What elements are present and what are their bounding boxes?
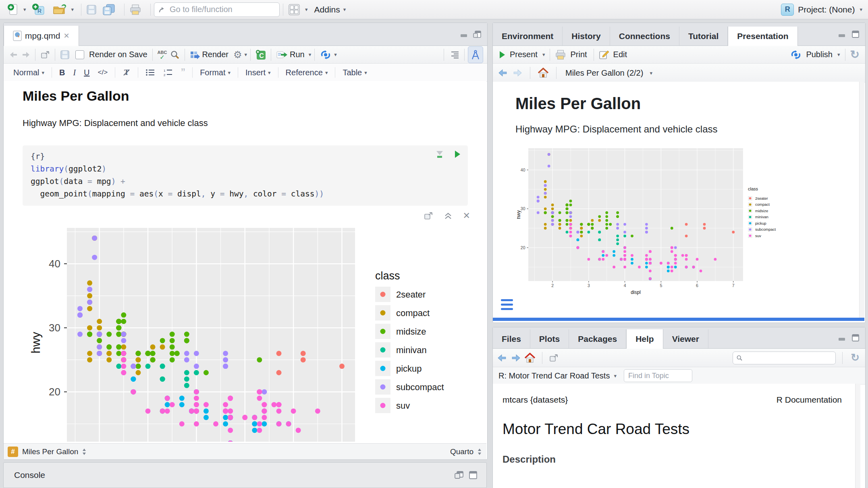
bullet-list-button[interactable]	[141, 67, 159, 78]
slide-menu-icon[interactable]	[501, 299, 513, 310]
addins-caret-icon[interactable]: ▾	[343, 6, 346, 12]
reference-menu[interactable]: Reference▾	[282, 66, 332, 79]
section-selector[interactable]: Miles Per Gallon	[22, 447, 78, 456]
slide-selector-caret-icon[interactable]: ▾	[650, 70, 652, 76]
publish-button[interactable]: Publish ▾	[788, 48, 841, 62]
goto-file-input[interactable]	[169, 4, 275, 14]
tab-plots[interactable]: Plots	[530, 329, 569, 348]
underline-button[interactable]: U	[80, 66, 93, 79]
present-button[interactable]: Present ▾	[497, 48, 546, 62]
help-forward-icon[interactable]	[511, 354, 521, 362]
code-chunk[interactable]: {r}library(ggplot2)ggplot(data = mpg) + …	[23, 145, 468, 206]
minimize-pane-icon[interactable]	[838, 31, 847, 38]
insert-menu[interactable]: Insert▾	[241, 66, 275, 79]
tab-environment[interactable]: Environment	[493, 27, 563, 45]
tab-connections[interactable]: Connections	[610, 27, 679, 45]
help-back-icon[interactable]	[497, 354, 507, 362]
insert-chunk-button[interactable]: C	[254, 48, 268, 62]
slide-back-icon[interactable]	[498, 68, 508, 77]
doc-mode-arrows-icon[interactable]	[477, 448, 482, 456]
edit-presentation-button[interactable]: Edit	[597, 48, 630, 62]
spellcheck-icon[interactable]: ABC✓	[156, 48, 169, 62]
minimize-pane-icon[interactable]	[460, 31, 469, 38]
tab-mpg-qmd[interactable]: mpg.qmd ✕	[4, 26, 79, 46]
maximize-pane-icon[interactable]	[851, 30, 860, 38]
tab-history[interactable]: History	[563, 27, 610, 45]
document-editor[interactable]: Miles Per Gallon Highway MPG: Displaceme…	[4, 81, 486, 442]
run-caret-icon[interactable]: ▾	[309, 52, 311, 58]
find-replace-icon[interactable]	[168, 48, 181, 62]
open-file-button[interactable]	[51, 3, 68, 17]
section-selector-arrows-icon[interactable]	[81, 448, 87, 456]
addins-menu[interactable]: Addins	[314, 5, 340, 14]
slide-selector[interactable]: Miles Per Gallon (2/2)	[565, 68, 643, 78]
help-search-input[interactable]	[745, 353, 832, 362]
run-button[interactable]: Run	[274, 48, 308, 62]
find-in-topic-input[interactable]	[624, 369, 692, 382]
run-chunk-icon[interactable]	[453, 149, 461, 159]
visual-editor-toggle[interactable]	[468, 46, 483, 63]
maximize-console-icon[interactable]	[469, 471, 478, 480]
maximize-pane-icon[interactable]	[851, 334, 860, 342]
bold-button[interactable]: B	[55, 66, 69, 79]
save-doc-icon[interactable]	[58, 48, 71, 62]
outline-toggle-icon[interactable]	[447, 48, 461, 62]
format-menu[interactable]: Format▾	[196, 66, 235, 79]
italic-button[interactable]: I	[69, 66, 80, 79]
help-topic-selector[interactable]: R: Motor Trend Car Road Tests ▾	[498, 371, 617, 380]
open-file-caret-icon[interactable]: ▾	[71, 6, 74, 12]
render-settings-caret-icon[interactable]: ▾	[245, 52, 247, 58]
help-scrollbar[interactable]	[855, 384, 860, 488]
tab-help[interactable]: Help	[626, 329, 663, 349]
help-popout-icon[interactable]	[549, 354, 559, 362]
project-menu[interactable]: R Project: (None) ▾	[781, 4, 862, 16]
clear-formatting-button[interactable]: T	[118, 67, 135, 78]
close-tab-icon[interactable]: ✕	[64, 31, 70, 40]
new-file-caret-icon[interactable]: ▾	[23, 6, 26, 12]
paragraph-style-menu[interactable]: Normal▾	[9, 66, 48, 79]
panes-layout-button[interactable]	[287, 3, 302, 17]
slide-home-icon[interactable]	[538, 68, 549, 78]
forward-icon[interactable]	[20, 48, 32, 62]
minimize-pane-icon[interactable]	[838, 334, 847, 341]
render-settings-gear-icon[interactable]: ⚙	[232, 48, 244, 62]
tab-presentation[interactable]: Presentation	[728, 27, 797, 46]
restore-console-icon[interactable]	[454, 471, 464, 480]
new-project-button[interactable]: R	[30, 3, 47, 17]
help-search-box[interactable]	[733, 352, 836, 364]
new-file-button[interactable]	[6, 3, 20, 17]
presentation-scrollbar[interactable]	[859, 82, 864, 318]
tab-files[interactable]: Files	[493, 329, 530, 348]
save-all-button[interactable]	[101, 3, 117, 17]
publish-caret-icon[interactable]: ▾	[837, 52, 840, 58]
rerun-button[interactable]	[318, 48, 333, 62]
tab-tutorial[interactable]: Tutorial	[679, 27, 728, 45]
blockquote-button[interactable]: ”	[177, 69, 189, 76]
console-pane[interactable]: Console	[3, 462, 487, 488]
render-on-save-checkbox[interactable]	[75, 50, 84, 59]
help-refresh-icon[interactable]: ↻	[849, 351, 861, 365]
run-chunks-above-icon[interactable]	[435, 149, 444, 159]
print-presentation-button[interactable]: Print	[553, 48, 590, 62]
doc-mode-selector[interactable]: Quarto	[450, 447, 473, 456]
popout-window-icon[interactable]	[39, 48, 52, 62]
render-button[interactable]: Render	[188, 48, 232, 62]
tab-packages[interactable]: Packages	[569, 329, 626, 348]
rerun-caret-icon[interactable]: ▾	[334, 52, 337, 58]
refresh-presentation-icon[interactable]: ↻	[849, 48, 861, 62]
panes-caret-icon[interactable]: ▾	[305, 6, 308, 12]
table-menu[interactable]: Table▾	[338, 66, 371, 79]
maximize-pane-icon[interactable]	[473, 30, 482, 38]
numbered-list-button[interactable]: 12	[159, 67, 177, 78]
present-caret-icon[interactable]: ▾	[542, 52, 545, 58]
slide-forward-icon[interactable]	[512, 68, 523, 77]
project-caret-icon[interactable]: ▾	[860, 6, 862, 12]
help-home-icon[interactable]	[524, 353, 536, 363]
print-button[interactable]	[128, 3, 143, 17]
code-format-button[interactable]: </>	[94, 67, 112, 78]
goto-file-search[interactable]	[154, 2, 280, 17]
code-chunk-body[interactable]: {r}library(ggplot2)ggplot(data = mpg) + …	[23, 145, 468, 205]
back-icon[interactable]	[8, 48, 20, 62]
save-button[interactable]	[85, 3, 98, 17]
tab-viewer[interactable]: Viewer	[663, 329, 708, 348]
